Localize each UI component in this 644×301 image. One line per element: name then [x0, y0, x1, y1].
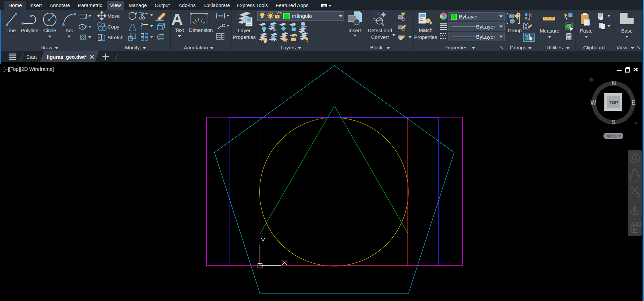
svg-text:[−][Top][2D Wireframe]: [−][Top][2D Wireframe]	[3, 66, 54, 72]
svg-text:TOP: TOP	[609, 100, 618, 105]
svg-text:S: S	[611, 119, 615, 126]
svg-text:W: W	[591, 99, 596, 106]
svg-text:N: N	[612, 80, 616, 87]
svg-text:E: E	[632, 99, 636, 106]
svg-text:WCS: WCS	[607, 134, 616, 139]
